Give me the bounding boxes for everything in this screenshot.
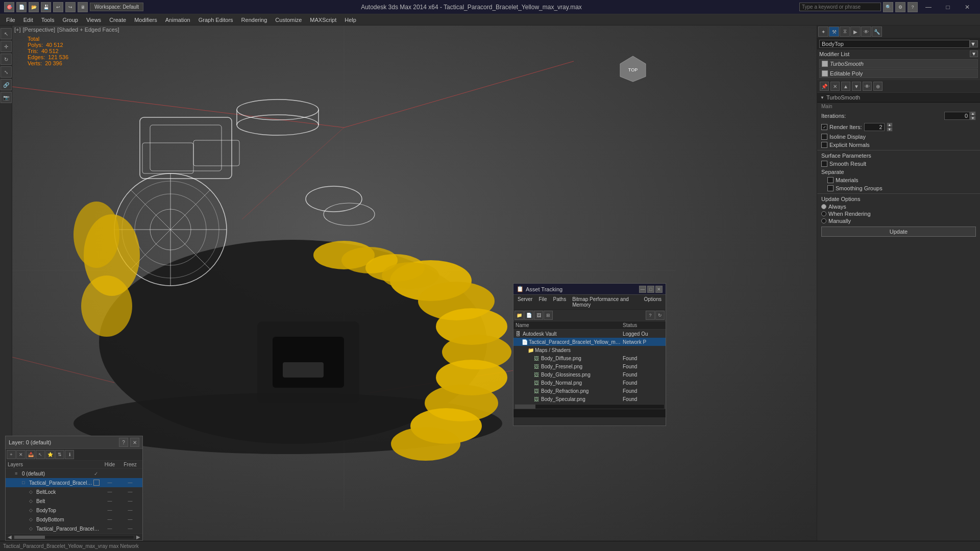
layer-freeze-6[interactable]: — (120, 526, 140, 531)
rp-create-icon[interactable]: ✦ (818, 27, 828, 37)
layers-add-btn[interactable]: 📥 (26, 450, 35, 459)
show-results-icon[interactable]: 👁 (863, 82, 872, 91)
explicit-normals-checkbox[interactable] (821, 142, 827, 148)
layers-scroll-right[interactable]: ▶ (136, 534, 140, 540)
layer-freeze-3[interactable]: — (120, 498, 140, 504)
pin-icon[interactable]: 📌 (820, 82, 829, 91)
layer-row-belt[interactable]: ◇ Belt — — (6, 496, 142, 506)
menu-create[interactable]: Create (105, 16, 130, 24)
editablepoly-checkbox[interactable] (822, 70, 828, 77)
nav-cube[interactable]: TOP (618, 54, 648, 84)
layer-freeze-1[interactable]: — (120, 480, 140, 485)
menu-help[interactable]: Help (340, 16, 360, 24)
menu-tools[interactable]: Tools (37, 16, 59, 24)
rp-hierarchy-icon[interactable]: ⧖ (840, 27, 850, 37)
search-input[interactable] (799, 3, 881, 11)
rp-utilities-icon[interactable]: 🔧 (872, 27, 882, 37)
modifier-list-dropdown[interactable]: ▼ (970, 51, 978, 57)
rp-modify-icon[interactable]: ⚒ (829, 27, 839, 37)
app-icon[interactable]: 🎯 (4, 2, 14, 12)
layer-hide-2[interactable]: — (100, 489, 120, 494)
asset-maximize-btn[interactable]: □ (647, 286, 654, 293)
layer-hide-1[interactable]: — (100, 480, 120, 485)
open-btn[interactable]: 📂 (29, 2, 39, 12)
vp-perspective[interactable]: [Perspective] (23, 27, 56, 33)
isoline-checkbox[interactable] (821, 134, 827, 140)
menu-rendering[interactable]: Rendering (237, 16, 272, 24)
select-tool[interactable]: ↖ (1, 28, 12, 39)
move-down-icon[interactable]: ▼ (852, 82, 861, 91)
layer-row-tactical[interactable]: □ Tactical_Paracord_Bracelet_Yellow — — (6, 478, 142, 487)
asset-row-glossiness[interactable]: 🖼 Body_Glossiness.png Found (513, 370, 666, 379)
asset-minimize-btn[interactable]: — (639, 286, 646, 293)
asset-tool-2[interactable]: 📄 (524, 311, 533, 320)
settings-icon[interactable]: ⚙ (895, 2, 905, 12)
modifier-turbosmooth[interactable]: TurboSmooth (819, 59, 978, 68)
layer-freeze-5[interactable]: — (120, 517, 140, 522)
asset-menu-file[interactable]: File (535, 296, 550, 308)
layer-row-tactical2[interactable]: ◇ Tactical_Paracord_Bracelet_Yellow — — (6, 524, 142, 533)
layers-info-btn[interactable]: ℹ (65, 450, 74, 459)
iterations-input[interactable] (944, 112, 970, 120)
object-name-input[interactable] (819, 40, 970, 48)
iterations-down[interactable]: ▼ (970, 116, 976, 120)
asset-close-btn[interactable]: ✕ (655, 286, 663, 293)
menu-edit[interactable]: Edit (19, 16, 37, 24)
show-end-icon[interactable]: ⊕ (873, 82, 883, 91)
always-radio[interactable] (821, 204, 826, 209)
layer-freeze-4[interactable]: — (120, 508, 140, 513)
turbosmooth-header[interactable]: ▼ TurboSmooth (817, 93, 980, 103)
asset-row-normal[interactable]: 🖼 Body_Normal.png Found (513, 379, 666, 387)
camera-tool[interactable]: 📷 (1, 92, 12, 103)
layers-delete-btn[interactable]: ✕ (16, 450, 26, 459)
layers-scrollbar-track[interactable] (14, 535, 134, 539)
rp-display-icon[interactable]: 👁 (861, 27, 871, 37)
undo-btn[interactable]: ↩ (53, 2, 63, 12)
layer-row-default[interactable]: ≡ 0 (default) ✓ (6, 469, 142, 478)
asset-menu-paths[interactable]: Paths (550, 296, 570, 308)
asset-row-diffuse[interactable]: 🖼 Body_Diffuse.png Found (513, 354, 666, 362)
layer-row-bodybottom[interactable]: ◇ BodyBottom — — (6, 515, 142, 524)
help-icon[interactable]: ? (908, 2, 918, 12)
link-tool[interactable]: 🔗 (1, 79, 12, 90)
layers-help-btn[interactable]: ? (119, 438, 128, 447)
layers-close-btn[interactable]: ✕ (130, 438, 139, 447)
layer-hide-6[interactable]: — (100, 526, 120, 531)
menu-graph-editors[interactable]: Graph Editors (194, 16, 237, 24)
object-name-dropdown[interactable]: ▼ (970, 40, 978, 47)
when-rendering-radio[interactable] (821, 211, 826, 216)
asset-scrollbar[interactable] (514, 404, 665, 409)
layer-row-beltlock[interactable]: ◇ BeltLock — — (6, 487, 142, 496)
move-tool[interactable]: ✛ (1, 41, 12, 52)
layers-move-btn[interactable]: ⇅ (55, 450, 64, 459)
layers-new-btn[interactable]: + (7, 450, 16, 459)
asset-row-vault[interactable]: 🗄 Autodesk Vault Logged Ou (513, 330, 666, 338)
materials-checkbox[interactable] (827, 177, 834, 183)
layer-hide-4[interactable]: — (100, 508, 120, 513)
asset-tool-help[interactable]: ? (646, 311, 655, 320)
menu-group[interactable]: Group (58, 16, 82, 24)
asset-row-refraction[interactable]: 🖼 Body_Refraction.png Found (513, 387, 666, 395)
layer-freeze-2[interactable]: — (120, 489, 140, 494)
asset-row-specular[interactable]: 🖼 Body_Specular.png Found (513, 395, 666, 403)
modifier-editable-poly[interactable]: Editable Poly (819, 69, 978, 78)
asset-menu-bitmap[interactable]: Bitmap Performance and Memory (569, 296, 641, 308)
render-iters-down[interactable]: ▼ (887, 127, 893, 132)
layer-row-bodytop[interactable]: ◇ BodyTop — — (6, 506, 142, 515)
asset-menu-options[interactable]: Options (641, 296, 665, 308)
asset-tool-refresh[interactable]: ↻ (655, 311, 665, 320)
menu-animation[interactable]: Animation (161, 16, 194, 24)
scale-tool[interactable]: ⤡ (1, 66, 12, 78)
asset-row-maps[interactable]: 📁 Maps / Shaders (513, 346, 666, 354)
workspace-dropdown[interactable]: Workspace: Default (90, 3, 143, 11)
move-up-icon[interactable]: ▲ (841, 82, 850, 91)
iterations-up[interactable]: ▲ (970, 111, 976, 116)
render-iters-checkbox[interactable] (821, 124, 827, 130)
save-btn[interactable]: 💾 (41, 2, 51, 12)
turbosmooth-checkbox[interactable] (822, 61, 828, 67)
asset-tool-4[interactable]: ⊞ (544, 311, 553, 320)
manually-radio[interactable] (821, 218, 826, 223)
render-iters-up[interactable]: ▲ (887, 122, 893, 127)
asset-tool-1[interactable]: 📁 (514, 311, 524, 320)
vp-shading[interactable]: [Shaded + Edged Faces] (57, 27, 119, 33)
